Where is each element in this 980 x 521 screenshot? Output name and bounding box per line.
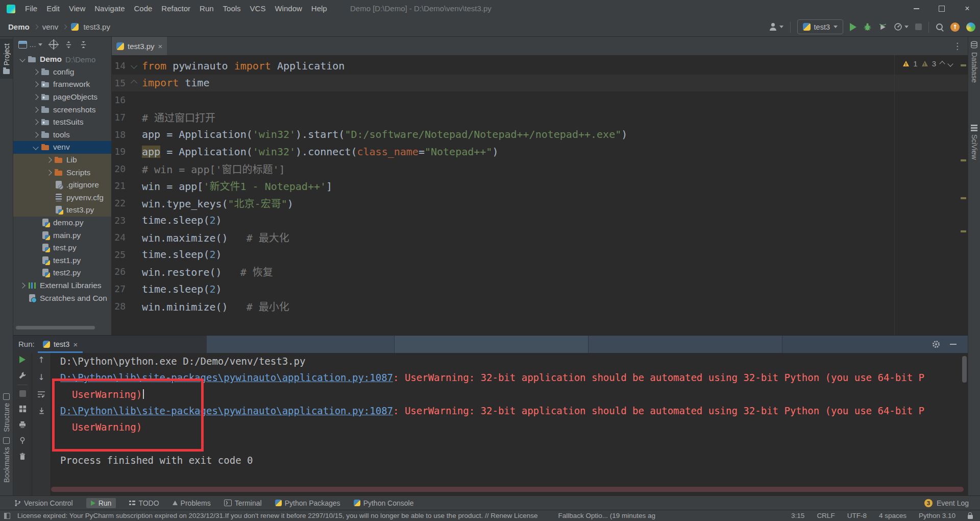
debug-button[interactable] (863, 22, 872, 31)
console-horizontal-scrollbar[interactable] (51, 487, 964, 492)
close-tab-icon[interactable]: × (73, 341, 78, 348)
tree-row-lib[interactable]: Lib (13, 154, 111, 167)
rerun-button[interactable] (19, 356, 26, 363)
tree-row-testsuits[interactable]: testSuits (13, 116, 111, 129)
tree-row-main-py[interactable]: main.py (13, 229, 111, 242)
maximize-button[interactable] (929, 0, 954, 17)
user-menu-button[interactable] (769, 23, 783, 31)
tab-options-icon[interactable] (953, 41, 962, 52)
menu-tools[interactable]: Tools (218, 0, 246, 17)
chevron-icon[interactable] (33, 132, 38, 137)
hide-tool-window-icon[interactable] (950, 344, 957, 345)
run-with-coverage-button[interactable] (878, 22, 887, 31)
line-number[interactable]: 27 (112, 283, 126, 294)
tree-row-scripts[interactable]: Scripts (13, 166, 111, 179)
code-line-27[interactable]: 27time.sleep(2) (112, 280, 968, 298)
close-button[interactable]: × (954, 0, 980, 17)
settings-gear-icon[interactable] (932, 340, 940, 348)
menu-vcs[interactable]: VCS (246, 0, 271, 17)
pin-icon[interactable] (19, 437, 26, 444)
tool-window-terminal[interactable]: Terminal (224, 499, 262, 507)
code-line-17[interactable]: 17# 通过窗口打开 (112, 109, 968, 126)
up-stack-trace-icon[interactable]: ↑ (38, 356, 44, 364)
tool-window-python-console[interactable]: Python Console (354, 499, 414, 507)
collapse-all-icon[interactable] (80, 41, 87, 49)
encoding-widget[interactable]: UTF-8 (847, 512, 867, 519)
chevron-icon[interactable] (19, 282, 25, 288)
expand-all-icon[interactable] (65, 41, 72, 49)
tree-row-pageobjects[interactable]: pageObjects (13, 91, 111, 104)
tree-row-scratches-and-con[interactable]: Scratches and Con (13, 292, 111, 304)
code-line-20[interactable]: 20# win = app['窗口的标题'] (112, 160, 968, 178)
tree-row-external-libraries[interactable]: External Libraries (13, 279, 111, 292)
close-tab-icon[interactable]: × (158, 42, 163, 50)
stop-button[interactable] (915, 23, 922, 30)
tool-window-problems[interactable]: Problems (173, 499, 211, 507)
line-number[interactable]: 15 (112, 78, 126, 88)
error-stripe-mark[interactable] (961, 64, 966, 66)
code-line-16[interactable]: 16 (112, 91, 968, 109)
tree-row-framework[interactable]: framework (13, 78, 111, 91)
fold-icon[interactable] (126, 81, 142, 85)
tree-row-test1-py[interactable]: test1.py (13, 254, 111, 267)
line-number[interactable]: 14 (112, 60, 126, 71)
code-line-18[interactable]: 18app = Application('win32').start("D:/s… (112, 126, 968, 143)
next-problem-icon[interactable] (947, 61, 953, 66)
delete-icon[interactable] (19, 453, 26, 460)
menu-edit[interactable]: Edit (42, 0, 64, 17)
search-everywhere-button[interactable] (936, 23, 944, 31)
code-line-23[interactable]: 23time.sleep(2) (112, 211, 968, 229)
scroll-to-end-icon[interactable] (38, 407, 45, 415)
tree-row-config[interactable]: config (13, 66, 111, 79)
line-number[interactable]: 23 (112, 215, 126, 226)
console-vertical-scrollbar[interactable] (962, 356, 967, 383)
down-stack-trace-icon[interactable]: ↓ (38, 373, 44, 382)
menu-file[interactable]: File (20, 0, 42, 17)
ide-events-icon[interactable] (966, 22, 975, 32)
editor-tab-test3[interactable]: test3.py × (112, 37, 167, 55)
line-number[interactable]: 18 (112, 129, 126, 140)
menu-window[interactable]: Window (270, 0, 306, 17)
project-view-selector[interactable]: … (18, 41, 42, 49)
run-button[interactable] (850, 23, 856, 31)
code-line-26[interactable]: 26win.restore() # 恢复 (112, 263, 968, 280)
tool-window-todo[interactable]: TODO (129, 499, 159, 507)
modify-run-configuration-icon[interactable] (18, 371, 27, 380)
code-line-28[interactable]: 28win.minimize() # 最小化 (112, 297, 968, 315)
code-line-19[interactable]: 19app = Application('win32').connect(cla… (112, 143, 968, 160)
tool-window-button-database[interactable]: Database (968, 41, 980, 83)
chevron-icon[interactable] (33, 69, 38, 75)
code-line-14[interactable]: 14from pywinauto import Application (112, 57, 968, 75)
code-line-25[interactable]: 25time.sleep(2) (112, 246, 968, 264)
chevron-icon[interactable] (46, 170, 52, 175)
minimize-button[interactable] (903, 0, 929, 17)
previous-problem-icon[interactable] (939, 61, 945, 66)
code-line-21[interactable]: 21win = app['新文件1 - Notepad++'] (112, 177, 968, 195)
menu-help[interactable]: Help (307, 0, 332, 17)
tool-window-version-control[interactable]: Version Control (14, 499, 73, 507)
tree-row-pyvenv-cfg[interactable]: pyvenv.cfg (13, 192, 111, 204)
interpreter-widget[interactable]: Python 3.10 (919, 512, 955, 519)
profiler-button[interactable] (894, 22, 909, 31)
tree-row-test3-py[interactable]: test3.py (13, 204, 111, 217)
tree-row-test2-py[interactable]: test2.py (13, 267, 111, 279)
inspections-widget[interactable]: 1 3 (903, 59, 952, 68)
tool-window-button-structure[interactable]: Structure (0, 393, 13, 432)
menu-run[interactable]: Run (195, 0, 218, 17)
error-stripe-mark[interactable] (961, 230, 966, 232)
tool-window-button-bookmarks[interactable]: Bookmarks (0, 437, 13, 483)
project-horizontal-scrollbar[interactable] (16, 326, 95, 329)
error-stripe-mark[interactable] (961, 159, 966, 161)
breadcrumb-file[interactable]: test3.py (83, 22, 110, 31)
soft-wrap-icon[interactable] (37, 391, 45, 398)
chevron-icon[interactable] (46, 157, 52, 162)
line-number[interactable]: 22 (112, 198, 126, 208)
print-icon[interactable] (18, 421, 27, 429)
line-number[interactable]: 21 (112, 180, 126, 191)
restore-layout-icon[interactable] (19, 405, 27, 413)
line-number[interactable]: 20 (112, 163, 126, 174)
run-configuration-select[interactable]: test3 (797, 19, 843, 34)
menu-navigate[interactable]: Navigate (90, 0, 129, 17)
line-number[interactable]: 25 (112, 249, 126, 260)
line-number[interactable]: 19 (112, 146, 126, 157)
